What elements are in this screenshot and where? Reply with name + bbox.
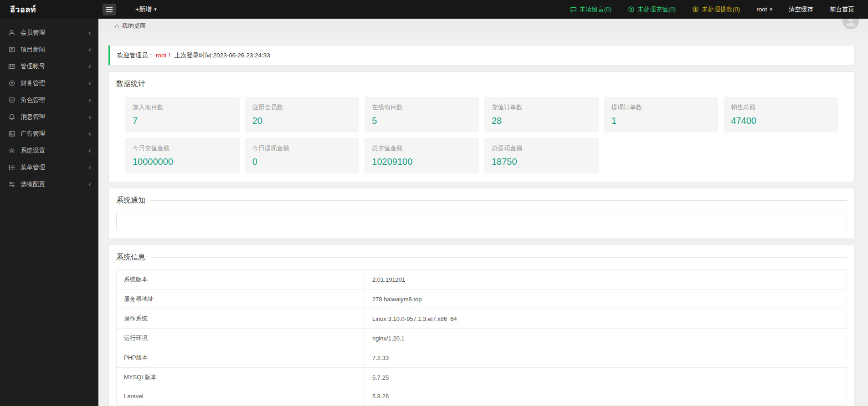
sidebar-item-news[interactable]: 项目新闻 ‹ <box>0 41 98 58</box>
main-area: ⌂ 我的桌面 欢迎管理员： root！ 上次登录时间:2023-06-26 23… <box>98 19 868 406</box>
sysinfo-label: MYSQL版本 <box>117 368 365 387</box>
sysinfo-title: 系统信息 <box>116 253 145 262</box>
table-row: 系统版本 2.01.191201 <box>117 270 847 289</box>
stat-value: 10000000 <box>133 157 232 167</box>
chevron-left-icon: ‹ <box>88 113 91 121</box>
notice-list <box>116 212 847 230</box>
stat-label: 总提现金额 <box>492 144 591 152</box>
stat-label: 注册会员数 <box>252 103 352 112</box>
sysinfo-value: nginx/1.20.1 <box>365 329 847 348</box>
stat-cards: 加入项目数 7 注册会员数 20 在线项目数 5 充值订单数 28 提现订单数 <box>116 97 847 173</box>
chevron-left-icon: ‹ <box>88 130 91 137</box>
sidebar-item-label: 管理帐号 <box>21 62 45 71</box>
pending-recharge-link[interactable]: 未处理充值(0) <box>628 5 676 14</box>
table-row: 运行环境 nginx/1.20.1 <box>117 329 847 348</box>
stat-label: 提现订单数 <box>611 103 711 112</box>
stat-value: 20 <box>252 116 352 126</box>
breadcrumb: ⌂ 我的桌面 <box>98 19 868 33</box>
sidebar-item-settings[interactable]: 系统设置 ‹ <box>0 142 98 159</box>
user-menu[interactable]: root ▾ <box>756 6 772 13</box>
sidebar-item-messages[interactable]: 消息管理 ‹ <box>0 108 98 125</box>
unread-messages-link[interactable]: 未读留言(0) <box>570 5 612 14</box>
sidebar-item-options[interactable]: 选项配置 ‹ <box>0 176 98 193</box>
id-card-icon <box>8 63 15 70</box>
chat-bubble-icon <box>570 6 577 13</box>
shield-icon <box>8 96 15 104</box>
caret-down-icon: ▾ <box>770 6 772 12</box>
sidebar-item-label: 菜单管理 <box>21 163 45 172</box>
topbar: อีวอลท์ +新增 ▾ 未读留言(0) 未处理充值(0) 未处理提款(0) <box>0 0 868 19</box>
welcome-prefix: 欢迎管理员： <box>117 51 154 60</box>
sidebar-item-finance[interactable]: 财务管理 ‹ <box>0 75 98 91</box>
stat-label: 加入项目数 <box>133 103 232 112</box>
stats-panel: 数据统计 加入项目数 7 注册会员数 20 在线项目数 5 充值订单数 <box>108 71 855 182</box>
bell-icon <box>8 113 15 121</box>
content: 欢迎管理员： root！ 上次登录时间:2023-06-26 23:24:33 … <box>98 33 868 406</box>
stat-value: 7 <box>133 116 232 126</box>
stat-label: 销售总额 <box>731 103 831 112</box>
chevron-left-icon: ‹ <box>88 147 91 154</box>
divider <box>151 257 847 258</box>
topbar-right: 未读留言(0) 未处理充值(0) 未处理提款(0) root ▾ 清空缓存 前台… <box>570 5 868 14</box>
sysinfo-label: Laravel <box>117 387 365 406</box>
hamburger-menu-button[interactable] <box>103 4 116 15</box>
stat-value: 0 <box>252 157 352 167</box>
sidebar-item-label: 广告管理 <box>21 130 45 138</box>
sidebar-item-label: 消息管理 <box>21 113 45 121</box>
sidebar-item-label: 角色管理 <box>21 96 45 104</box>
notice-panel: 系统通知 <box>108 188 855 239</box>
table-row: 操作系统 Linux 3.10.0-957.1.3.el7.x86_64 <box>117 309 847 329</box>
table-row: Laravel 5.8.26 <box>117 387 847 406</box>
list-icon <box>8 164 15 171</box>
stat-card-recharge-orders: 充值订单数 28 <box>484 97 599 132</box>
clear-cache-link[interactable]: 清空缓存 <box>789 5 813 14</box>
sidebar-item-label: 选项配置 <box>21 180 45 188</box>
sidebar-item-accounts[interactable]: 管理帐号 ‹ <box>0 58 98 75</box>
sidebar-item-members[interactable]: 会员管理 ‹ <box>0 24 98 41</box>
table-row: MYSQL版本 5.7.25 <box>117 368 847 387</box>
sidebar-item-menus[interactable]: 菜单管理 ‹ <box>0 159 98 176</box>
chevron-left-icon: ‹ <box>88 79 91 87</box>
home-icon[interactable]: ⌂ <box>115 22 119 30</box>
news-icon <box>8 46 15 53</box>
sidebar-item-ads[interactable]: 广告管理 ‹ <box>0 125 98 142</box>
welcome-login-time: 上次登录时间:2023-06-26 23:24:33 <box>175 51 270 60</box>
stat-label: 总充值金额 <box>372 144 472 152</box>
chevron-left-icon: ‹ <box>88 46 91 53</box>
frontend-home-link[interactable]: 前台首页 <box>830 5 854 14</box>
notice-row-empty <box>116 212 847 221</box>
sysinfo-value: 7.2.33 <box>365 348 847 368</box>
stat-label: 今日充值金额 <box>133 144 232 152</box>
stat-label: 充值订单数 <box>492 103 591 112</box>
pending-recharge-label: 未处理充值(0) <box>637 5 676 14</box>
gear-icon <box>8 147 15 154</box>
sidebar-item-roles[interactable]: 角色管理 ‹ <box>0 91 98 108</box>
stat-label: 今日提现金额 <box>252 144 352 152</box>
sysinfo-label: 运行环境 <box>117 329 365 348</box>
pending-withdraw-link[interactable]: 未处理提款(0) <box>692 5 740 14</box>
stat-card-withdraw-orders: 提现订单数 1 <box>604 97 719 132</box>
add-new-label: +新增 <box>135 5 152 14</box>
stat-card-today-recharge: 今日充值金额 10000000 <box>125 138 240 173</box>
sysinfo-label: 操作系统 <box>117 309 365 329</box>
stat-card-registered-members: 注册会员数 20 <box>245 97 360 132</box>
chevron-left-icon: ‹ <box>88 62 91 70</box>
image-icon <box>8 130 15 137</box>
sysinfo-value: 278.haiwaiym9.top <box>365 289 847 309</box>
stat-card-total-sales: 销售总额 47400 <box>724 97 838 132</box>
user-icon <box>8 29 15 36</box>
sidebar: 会员管理 ‹ 项目新闻 ‹ 管理帐号 ‹ 财务管理 ‹ 角色管理 ‹ 消息管理 <box>0 19 98 406</box>
breadcrumb-label[interactable]: 我的桌面 <box>122 22 146 30</box>
stat-value: 18750 <box>492 157 591 167</box>
user-name: root <box>756 6 767 13</box>
stat-value: 1 <box>611 116 711 126</box>
add-new-dropdown[interactable]: +新增 ▾ <box>135 5 157 14</box>
sidebar-item-label: 系统设置 <box>21 147 45 155</box>
sliders-icon <box>8 181 15 188</box>
sidebar-item-label: 项目新闻 <box>21 46 45 54</box>
table-row: 服务器地址 278.haiwaiym9.top <box>117 289 847 309</box>
stats-title: 数据统计 <box>116 79 145 89</box>
table-row: PHP版本 7.2.33 <box>117 348 847 368</box>
stat-card-total-recharge: 总充值金额 10209100 <box>365 138 479 173</box>
sysinfo-label: PHP版本 <box>117 348 365 368</box>
